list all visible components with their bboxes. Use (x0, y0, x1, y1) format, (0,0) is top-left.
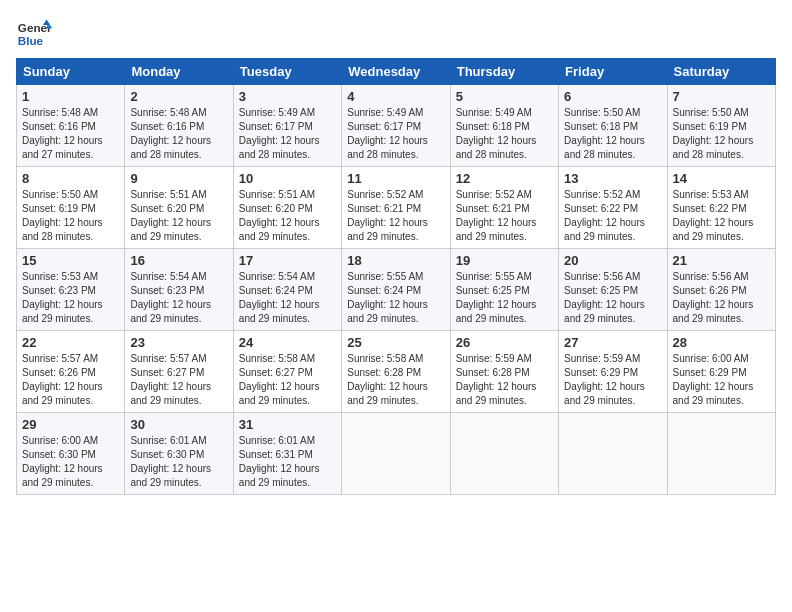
day-cell-7: 7Sunrise: 5:50 AM Sunset: 6:19 PM Daylig… (667, 85, 775, 167)
day-cell-19: 19Sunrise: 5:55 AM Sunset: 6:25 PM Dayli… (450, 249, 558, 331)
day-cell-4: 4Sunrise: 5:49 AM Sunset: 6:17 PM Daylig… (342, 85, 450, 167)
day-info-text: Sunrise: 5:51 AM Sunset: 6:20 PM Dayligh… (130, 188, 227, 244)
day-number: 13 (564, 171, 661, 186)
day-info-text: Sunrise: 6:00 AM Sunset: 6:30 PM Dayligh… (22, 434, 119, 490)
empty-day-cell (667, 413, 775, 495)
day-cell-16: 16Sunrise: 5:54 AM Sunset: 6:23 PM Dayli… (125, 249, 233, 331)
column-header-monday: Monday (125, 59, 233, 85)
day-info-text: Sunrise: 5:52 AM Sunset: 6:22 PM Dayligh… (564, 188, 661, 244)
column-header-sunday: Sunday (17, 59, 125, 85)
day-info-text: Sunrise: 5:51 AM Sunset: 6:20 PM Dayligh… (239, 188, 336, 244)
day-cell-26: 26Sunrise: 5:59 AM Sunset: 6:28 PM Dayli… (450, 331, 558, 413)
day-number: 21 (673, 253, 770, 268)
day-cell-25: 25Sunrise: 5:58 AM Sunset: 6:28 PM Dayli… (342, 331, 450, 413)
day-info-text: Sunrise: 5:59 AM Sunset: 6:28 PM Dayligh… (456, 352, 553, 408)
day-number: 7 (673, 89, 770, 104)
calendar-week-row: 15Sunrise: 5:53 AM Sunset: 6:23 PM Dayli… (17, 249, 776, 331)
column-header-saturday: Saturday (667, 59, 775, 85)
day-number: 2 (130, 89, 227, 104)
day-info-text: Sunrise: 5:52 AM Sunset: 6:21 PM Dayligh… (347, 188, 444, 244)
day-cell-28: 28Sunrise: 6:00 AM Sunset: 6:29 PM Dayli… (667, 331, 775, 413)
day-cell-10: 10Sunrise: 5:51 AM Sunset: 6:20 PM Dayli… (233, 167, 341, 249)
day-cell-1: 1Sunrise: 5:48 AM Sunset: 6:16 PM Daylig… (17, 85, 125, 167)
day-cell-29: 29Sunrise: 6:00 AM Sunset: 6:30 PM Dayli… (17, 413, 125, 495)
day-info-text: Sunrise: 5:48 AM Sunset: 6:16 PM Dayligh… (130, 106, 227, 162)
calendar-table: SundayMondayTuesdayWednesdayThursdayFrid… (16, 58, 776, 495)
day-number: 19 (456, 253, 553, 268)
day-info-text: Sunrise: 5:57 AM Sunset: 6:27 PM Dayligh… (130, 352, 227, 408)
day-number: 22 (22, 335, 119, 350)
day-number: 18 (347, 253, 444, 268)
day-number: 16 (130, 253, 227, 268)
day-number: 11 (347, 171, 444, 186)
day-cell-5: 5Sunrise: 5:49 AM Sunset: 6:18 PM Daylig… (450, 85, 558, 167)
empty-day-cell (342, 413, 450, 495)
column-header-tuesday: Tuesday (233, 59, 341, 85)
day-number: 6 (564, 89, 661, 104)
day-cell-30: 30Sunrise: 6:01 AM Sunset: 6:30 PM Dayli… (125, 413, 233, 495)
day-cell-15: 15Sunrise: 5:53 AM Sunset: 6:23 PM Dayli… (17, 249, 125, 331)
day-cell-8: 8Sunrise: 5:50 AM Sunset: 6:19 PM Daylig… (17, 167, 125, 249)
day-info-text: Sunrise: 5:48 AM Sunset: 6:16 PM Dayligh… (22, 106, 119, 162)
day-cell-13: 13Sunrise: 5:52 AM Sunset: 6:22 PM Dayli… (559, 167, 667, 249)
day-cell-2: 2Sunrise: 5:48 AM Sunset: 6:16 PM Daylig… (125, 85, 233, 167)
day-cell-27: 27Sunrise: 5:59 AM Sunset: 6:29 PM Dayli… (559, 331, 667, 413)
day-info-text: Sunrise: 5:59 AM Sunset: 6:29 PM Dayligh… (564, 352, 661, 408)
svg-text:Blue: Blue (18, 34, 44, 47)
column-header-wednesday: Wednesday (342, 59, 450, 85)
day-cell-20: 20Sunrise: 5:56 AM Sunset: 6:25 PM Dayli… (559, 249, 667, 331)
day-number: 4 (347, 89, 444, 104)
day-number: 26 (456, 335, 553, 350)
day-number: 27 (564, 335, 661, 350)
day-info-text: Sunrise: 5:54 AM Sunset: 6:24 PM Dayligh… (239, 270, 336, 326)
day-number: 29 (22, 417, 119, 432)
column-header-thursday: Thursday (450, 59, 558, 85)
day-info-text: Sunrise: 5:50 AM Sunset: 6:19 PM Dayligh… (673, 106, 770, 162)
day-cell-24: 24Sunrise: 5:58 AM Sunset: 6:27 PM Dayli… (233, 331, 341, 413)
day-number: 1 (22, 89, 119, 104)
day-cell-23: 23Sunrise: 5:57 AM Sunset: 6:27 PM Dayli… (125, 331, 233, 413)
day-info-text: Sunrise: 5:50 AM Sunset: 6:18 PM Dayligh… (564, 106, 661, 162)
empty-day-cell (559, 413, 667, 495)
column-header-friday: Friday (559, 59, 667, 85)
day-info-text: Sunrise: 5:50 AM Sunset: 6:19 PM Dayligh… (22, 188, 119, 244)
day-info-text: Sunrise: 5:49 AM Sunset: 6:17 PM Dayligh… (239, 106, 336, 162)
calendar-week-row: 8Sunrise: 5:50 AM Sunset: 6:19 PM Daylig… (17, 167, 776, 249)
day-cell-18: 18Sunrise: 5:55 AM Sunset: 6:24 PM Dayli… (342, 249, 450, 331)
day-number: 15 (22, 253, 119, 268)
day-info-text: Sunrise: 5:53 AM Sunset: 6:22 PM Dayligh… (673, 188, 770, 244)
empty-day-cell (450, 413, 558, 495)
day-number: 20 (564, 253, 661, 268)
day-info-text: Sunrise: 5:52 AM Sunset: 6:21 PM Dayligh… (456, 188, 553, 244)
calendar-week-row: 1Sunrise: 5:48 AM Sunset: 6:16 PM Daylig… (17, 85, 776, 167)
day-cell-21: 21Sunrise: 5:56 AM Sunset: 6:26 PM Dayli… (667, 249, 775, 331)
logo-icon: General Blue (16, 16, 52, 52)
day-info-text: Sunrise: 5:55 AM Sunset: 6:25 PM Dayligh… (456, 270, 553, 326)
day-number: 8 (22, 171, 119, 186)
day-cell-9: 9Sunrise: 5:51 AM Sunset: 6:20 PM Daylig… (125, 167, 233, 249)
day-info-text: Sunrise: 6:00 AM Sunset: 6:29 PM Dayligh… (673, 352, 770, 408)
day-info-text: Sunrise: 5:55 AM Sunset: 6:24 PM Dayligh… (347, 270, 444, 326)
day-info-text: Sunrise: 5:58 AM Sunset: 6:28 PM Dayligh… (347, 352, 444, 408)
day-number: 5 (456, 89, 553, 104)
day-cell-14: 14Sunrise: 5:53 AM Sunset: 6:22 PM Dayli… (667, 167, 775, 249)
day-info-text: Sunrise: 6:01 AM Sunset: 6:30 PM Dayligh… (130, 434, 227, 490)
day-number: 3 (239, 89, 336, 104)
calendar-week-row: 29Sunrise: 6:00 AM Sunset: 6:30 PM Dayli… (17, 413, 776, 495)
day-info-text: Sunrise: 5:49 AM Sunset: 6:17 PM Dayligh… (347, 106, 444, 162)
day-info-text: Sunrise: 6:01 AM Sunset: 6:31 PM Dayligh… (239, 434, 336, 490)
day-number: 10 (239, 171, 336, 186)
day-info-text: Sunrise: 5:56 AM Sunset: 6:25 PM Dayligh… (564, 270, 661, 326)
day-info-text: Sunrise: 5:58 AM Sunset: 6:27 PM Dayligh… (239, 352, 336, 408)
day-number: 24 (239, 335, 336, 350)
day-cell-12: 12Sunrise: 5:52 AM Sunset: 6:21 PM Dayli… (450, 167, 558, 249)
day-number: 25 (347, 335, 444, 350)
day-cell-22: 22Sunrise: 5:57 AM Sunset: 6:26 PM Dayli… (17, 331, 125, 413)
day-cell-31: 31Sunrise: 6:01 AM Sunset: 6:31 PM Dayli… (233, 413, 341, 495)
day-cell-11: 11Sunrise: 5:52 AM Sunset: 6:21 PM Dayli… (342, 167, 450, 249)
day-cell-17: 17Sunrise: 5:54 AM Sunset: 6:24 PM Dayli… (233, 249, 341, 331)
logo: General Blue (16, 16, 52, 52)
day-number: 14 (673, 171, 770, 186)
day-number: 12 (456, 171, 553, 186)
calendar-week-row: 22Sunrise: 5:57 AM Sunset: 6:26 PM Dayli… (17, 331, 776, 413)
